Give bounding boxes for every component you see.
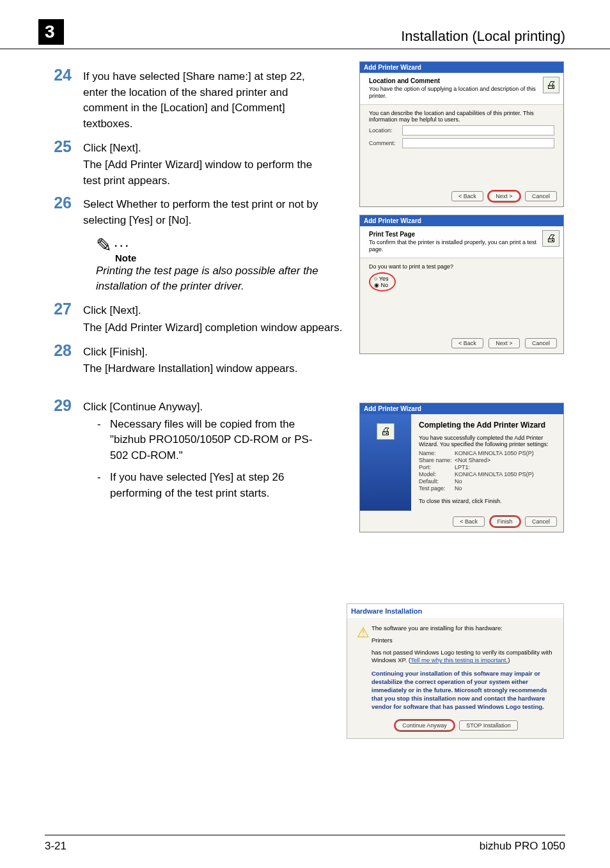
continue-anyway-button[interactable]: Continue Anyway [395, 720, 454, 731]
dialog-footer: Continue Anyway STOP Installation [347, 715, 563, 738]
note-text: Printing the test page is also possible … [96, 263, 326, 294]
kv-model: Model:KONICA MINOLTA 1050 PS(P) [419, 471, 556, 477]
kv-key: Model: [419, 471, 455, 477]
warning-icon: ⚠ [355, 624, 371, 711]
page-header: 3 Installation (Local printing) [0, 0, 610, 49]
test-page-question: Do you want to print a test page? [369, 263, 554, 270]
dialog-header-text: Print Test Page To confirm that the prin… [369, 230, 542, 254]
kv-port: Port:LPT1: [419, 464, 556, 470]
kv-key: Share name: [419, 457, 455, 463]
bullet-dash-icon: - [97, 417, 110, 464]
back-button[interactable]: < Back [453, 516, 485, 527]
finish-button[interactable]: Finish [490, 516, 520, 527]
radio-no-label: No [381, 282, 389, 288]
hw-warning-bold: Continuing your installation of this sof… [371, 670, 556, 711]
page-footer: 3-21 bizhub PRO 1050 [0, 835, 610, 853]
dialog-close-text: To close this wizard, click Finish. [419, 498, 556, 504]
back-button[interactable]: < Back [451, 191, 483, 201]
step-line: Click [Continue Anyway]. [83, 399, 320, 415]
logo-testing-link[interactable]: Tell me why this testing is important. [411, 656, 508, 663]
kv-val: <Not Shared> [455, 457, 490, 463]
hw-line1: The software you are installing for this… [371, 624, 556, 633]
location-field-row: Location: [369, 125, 554, 136]
chapter-number: 3 [38, 19, 64, 45]
comment-field-row: Comment: [369, 138, 554, 148]
dialog-footer: < Back Next > Cancel [360, 332, 563, 353]
dialog-header-text: Location and Comment You have the option… [369, 77, 543, 100]
comment-input[interactable] [402, 138, 554, 148]
kv-key: Default: [419, 478, 455, 484]
kv-val: No [455, 478, 462, 484]
step-number: 25 [45, 137, 83, 189]
step-line: Click [Next]. [83, 141, 320, 157]
dialog-body: You can describe the location and capabi… [360, 105, 563, 185]
dialog-body: 🖨 Completing the Add Printer Wizard You … [360, 414, 563, 511]
kv-testpage: Test page:No [419, 485, 556, 492]
bullet-item: - Necessary files will be copied from th… [97, 417, 320, 464]
dialog-body: Do you want to print a test page? ○ Yes … [360, 258, 563, 332]
location-input[interactable] [402, 125, 554, 136]
note-dots-icon: ... [114, 238, 130, 249]
radio-no[interactable]: ◉ No [374, 282, 388, 288]
step-line: The [Hardware Installation] window appea… [83, 361, 297, 377]
cancel-button[interactable]: Cancel [525, 516, 557, 527]
printer-icon: 🖨 [377, 423, 395, 440]
dialog-summary: Completing the Add Printer Wizard You ha… [411, 414, 563, 511]
note-block: ✎... Note Printing the test page is also… [96, 234, 326, 294]
dialog-sidebar: 🖨 [360, 414, 411, 511]
dialog-intro: You can describe the location and capabi… [369, 110, 554, 123]
dialog-header-bold: Location and Comment [369, 77, 440, 84]
kv-name: Name:KONICA MINOLTA 1050 PS(P) [419, 450, 556, 456]
dialog-body: ⚠ The software you are installing for th… [347, 618, 563, 715]
kv-default: Default:No [419, 478, 556, 484]
step-text: Select Whether to perform the test print… [83, 194, 320, 228]
dialog-completing-wizard: Add Printer Wizard 🖨 Completing the Add … [359, 403, 564, 532]
step-text: Click [Finish]. The [Hardware Installati… [83, 341, 297, 377]
step-line: Click [Next]. [83, 303, 342, 319]
dialog-title: Add Printer Wizard [360, 62, 563, 73]
note-label: Note [115, 252, 326, 263]
back-button[interactable]: < Back [451, 338, 483, 348]
note-icon: ✎ [96, 235, 112, 256]
next-button[interactable]: Next > [489, 191, 519, 201]
step-number: 27 [45, 300, 83, 336]
bullet-text: If you have selected [Yes] at step 26 pe… [110, 470, 320, 501]
printer-icon: 🖨 [542, 230, 559, 247]
dialog-title: Hardware Installation [347, 604, 563, 618]
step-number: 29 [45, 396, 83, 508]
comment-label: Comment: [369, 140, 402, 146]
dialog-footer: < Back Next > Cancel [360, 185, 563, 206]
hw-line3b: ) [508, 656, 510, 663]
dialog-header-sub: To confirm that the printer is installed… [369, 239, 536, 253]
dialog-header: Location and Comment You have the option… [360, 73, 563, 105]
kv-val: KONICA MINOLTA 1050 PS(P) [455, 450, 534, 456]
kv-val: KONICA MINOLTA 1050 PS(P) [455, 471, 534, 477]
kv-val: No [455, 485, 462, 492]
kv-key: Test page: [419, 485, 455, 492]
cancel-button[interactable]: Cancel [525, 191, 557, 201]
next-button[interactable]: Next > [489, 338, 519, 348]
step-text: Click [Next]. The [Add Printer Wizard] w… [83, 137, 320, 189]
cancel-button[interactable]: Cancel [525, 338, 557, 348]
dialog-hardware-installation: Hardware Installation ⚠ The software you… [347, 603, 564, 739]
radio-group-highlight: ○ Yes ◉ No [369, 272, 396, 291]
hw-line2: Printers [371, 637, 556, 645]
dialog-print-test-page: Add Printer Wizard Print Test Page To co… [359, 215, 564, 354]
bullet-dash-icon: - [97, 470, 110, 501]
header-title: Installation (Local printing) [401, 28, 565, 45]
step-text: Click [Continue Anyway]. - Necessary fil… [83, 396, 320, 508]
dialog-text: The software you are installing for this… [371, 624, 556, 711]
dialog-header-sub: You have the option of supplying a locat… [369, 86, 536, 100]
step-text: Click [Next]. The [Add Printer Wizard] c… [83, 300, 342, 336]
hw-line3: has not passed Windows Logo testing to v… [371, 649, 556, 665]
bullet-item: - If you have selected [Yes] at step 26 … [97, 470, 320, 501]
radio-yes[interactable]: ○ Yes [374, 275, 388, 282]
radio-yes-label: Yes [379, 275, 389, 282]
dialog-header: Print Test Page To confirm that the prin… [360, 226, 563, 258]
page-number: 3-21 [45, 840, 66, 853]
stop-installation-button[interactable]: STOP Installation [459, 720, 518, 731]
product-name: bizhub PRO 1050 [480, 840, 565, 853]
dialog-desc: You have successfully completed the Add … [419, 435, 556, 447]
dialog-title: Add Printer Wizard [360, 403, 563, 414]
printer-icon: 🖨 [543, 77, 559, 93]
